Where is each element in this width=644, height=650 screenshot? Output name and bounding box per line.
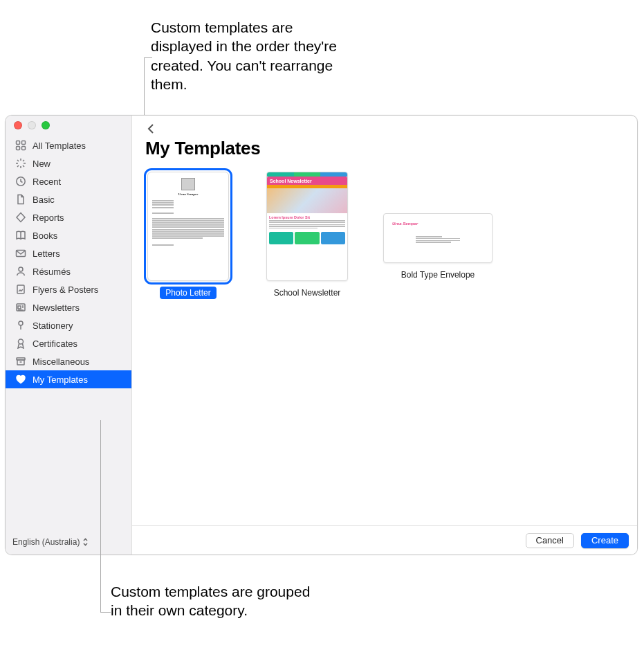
template-dummy-subheadline: Lorem Ipsum Dolor Sit xyxy=(269,215,345,219)
clock-icon xyxy=(15,176,26,187)
sidebar-item-reports[interactable]: Reports xyxy=(6,208,131,226)
sidebar-category-list: All Templates New Recent Basic Reports xyxy=(6,135,131,530)
template-label: Photo Letter xyxy=(160,287,216,299)
sidebar-item-basic[interactable]: Basic xyxy=(6,190,131,208)
diamond-icon xyxy=(15,212,26,223)
page-title: My Templates xyxy=(145,138,622,159)
template-label: Bold Type Envelope xyxy=(396,269,481,281)
sidebar-item-label: Certificates xyxy=(33,338,77,349)
sidebar-item-certificates[interactable]: Certificates xyxy=(6,334,131,352)
sidebar-item-label: Basic xyxy=(33,195,55,205)
sidebar-item-label: Newsletters xyxy=(33,303,80,313)
sidebar-item-label: New xyxy=(33,159,50,169)
svg-point-9 xyxy=(19,321,23,325)
template-tile-photo-letter[interactable]: Urna Semper Photo Letter xyxy=(145,172,232,299)
template-dummy-name: Urna Semper xyxy=(152,192,224,196)
sidebar-item-label: Letters xyxy=(33,249,60,259)
sidebar-item-books[interactable]: Books xyxy=(6,226,131,244)
svg-rect-0 xyxy=(17,141,20,145)
grid-icon xyxy=(15,140,26,151)
language-selector[interactable]: English (Australia) xyxy=(6,530,131,554)
create-button[interactable]: Create xyxy=(581,533,629,548)
template-tile-bold-type-envelope[interactable]: Urna Semper Bold Type Envelope xyxy=(383,172,493,299)
cancel-button[interactable]: Cancel xyxy=(526,533,574,548)
svg-rect-3 xyxy=(22,147,26,150)
window-controls xyxy=(6,116,131,135)
sidebar-item-label: Stationery xyxy=(33,321,73,331)
template-tile-school-newsletter[interactable]: School Newsletter Lorem Ipsum Dolor Sit … xyxy=(264,172,351,299)
envelope-icon xyxy=(15,248,26,259)
template-thumbnail: Urna Semper xyxy=(383,213,493,263)
sidebar-item-label: Recent xyxy=(33,177,61,187)
template-thumbnail: School Newsletter Lorem Ipsum Dolor Sit xyxy=(266,172,348,281)
svg-rect-1 xyxy=(22,141,26,145)
sidebar-item-miscellaneous[interactable]: Miscellaneous xyxy=(6,352,131,370)
callout-bottom: Custom templates are grouped in their ow… xyxy=(111,582,311,620)
sidebar-item-label: All Templates xyxy=(33,141,86,151)
callout-top: Custom templates are displayed in the or… xyxy=(151,18,351,93)
callout-leader xyxy=(144,57,152,58)
sidebar: All Templates New Recent Basic Reports xyxy=(6,116,132,554)
language-label: English (Australia) xyxy=(12,537,80,547)
sidebar-item-label: Books xyxy=(33,231,57,241)
sidebar-item-recent[interactable]: Recent xyxy=(6,172,131,190)
sidebar-item-my-templates[interactable]: My Templates xyxy=(6,370,131,388)
sidebar-item-stationery[interactable]: Stationery xyxy=(6,316,131,334)
sidebar-item-flyers-posters[interactable]: Flyers & Posters xyxy=(6,280,131,298)
template-thumbnail: Urna Semper xyxy=(147,172,229,281)
ribbon-icon xyxy=(15,338,26,349)
close-window-button[interactable] xyxy=(14,121,22,129)
template-dummy-name: Urna Semper xyxy=(392,222,488,226)
heart-icon xyxy=(15,374,26,385)
svg-point-10 xyxy=(19,339,24,344)
callout-leader xyxy=(100,420,101,613)
svg-rect-2 xyxy=(17,147,20,150)
sidebar-item-letters[interactable]: Letters xyxy=(6,244,131,262)
archive-icon xyxy=(15,356,26,367)
main-panel: My Templates Urna Semper Photo Letter xyxy=(132,116,637,554)
template-gallery: Urna Semper Photo Letter School Newslett… xyxy=(132,165,637,525)
book-icon xyxy=(15,230,26,241)
person-icon xyxy=(15,266,26,277)
sidebar-item-all-templates[interactable]: All Templates xyxy=(6,136,131,154)
dialog-footer: Cancel Create xyxy=(132,525,637,554)
sidebar-item-resumes[interactable]: Résumés xyxy=(6,262,131,280)
sidebar-item-newsletters[interactable]: Newsletters xyxy=(6,298,131,316)
document-icon xyxy=(15,194,26,205)
template-label: School Newsletter xyxy=(268,287,347,299)
sidebar-item-label: Résumés xyxy=(33,267,71,277)
sidebar-item-label: Flyers & Posters xyxy=(33,285,98,295)
back-button[interactable] xyxy=(145,123,158,135)
fullscreen-window-button[interactable] xyxy=(42,121,50,129)
template-dummy-headline: School Newsletter xyxy=(267,177,347,185)
sidebar-item-label: Miscellaneous xyxy=(33,356,89,367)
updown-icon xyxy=(82,538,89,546)
sidebar-item-label: Reports xyxy=(33,213,64,223)
poster-icon xyxy=(15,284,26,295)
svg-rect-7 xyxy=(17,285,24,294)
sparkle-icon xyxy=(15,158,26,169)
pin-icon xyxy=(15,320,26,331)
svg-point-6 xyxy=(19,267,23,271)
minimize-window-button[interactable] xyxy=(28,121,36,129)
callout-leader xyxy=(100,612,111,613)
newspaper-icon xyxy=(15,302,26,313)
sidebar-item-new[interactable]: New xyxy=(6,154,131,172)
sidebar-item-label: My Templates xyxy=(33,374,88,385)
